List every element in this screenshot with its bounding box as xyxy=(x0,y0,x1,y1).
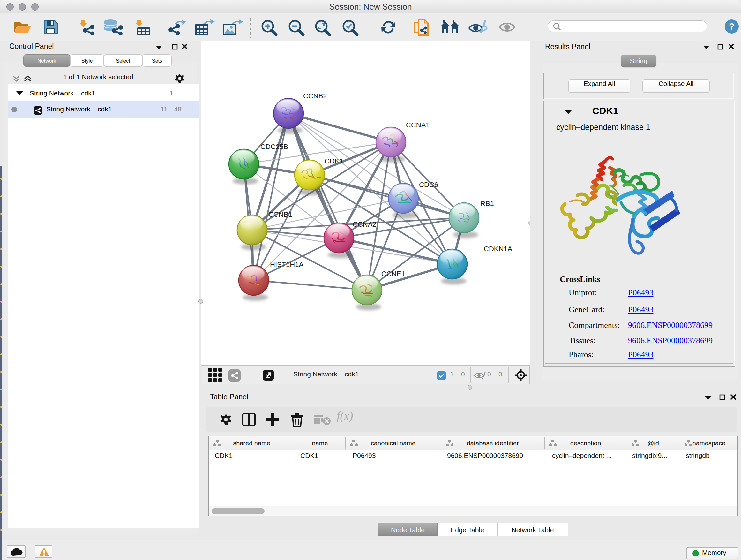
svg-text:CDC6: CDC6 xyxy=(419,181,438,189)
svg-text:CCNA2: CCNA2 xyxy=(353,220,377,228)
svg-text:CCNE1: CCNE1 xyxy=(381,270,405,278)
svg-text:CCNB2: CCNB2 xyxy=(303,92,327,100)
svg-text:?: ? xyxy=(729,21,735,32)
svg-text:RB1: RB1 xyxy=(480,199,494,207)
svg-text:CCNB1: CCNB1 xyxy=(268,210,292,219)
svg-text:CCNA1: CCNA1 xyxy=(406,121,430,129)
svg-text:CDKN1A: CDKN1A xyxy=(484,245,513,253)
svg-text:HIST1H1A: HIST1H1A xyxy=(270,260,304,268)
svg-text:CDK1: CDK1 xyxy=(325,157,343,165)
svg-text:CDC25B: CDC25B xyxy=(260,143,288,151)
